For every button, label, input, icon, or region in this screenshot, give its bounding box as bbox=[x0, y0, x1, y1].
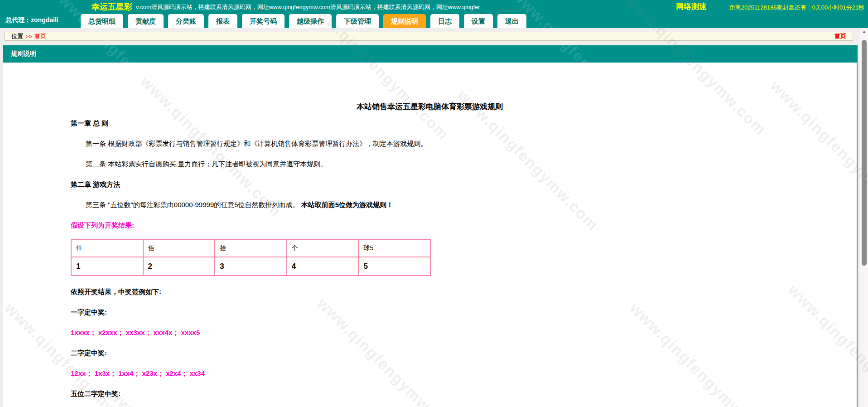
win-type-example: 1xxxx； x2xxx； xx3xx； xxx4x； xxxx5 bbox=[71, 329, 789, 337]
nav-tabs: 总货明细 贡献度 分类账 报表 开奖号码 越级操作 下级管理 规则说明 日志 设… bbox=[81, 14, 526, 28]
tab-ledger[interactable]: 分类账 bbox=[168, 14, 204, 28]
breadcrumb-label: 位置 bbox=[11, 32, 23, 40]
rules-content: 本站销售幸运五星彩电脑体育彩票游戏规则 第一章 总 则 第一条 根据财政部《彩票… bbox=[3, 63, 857, 407]
range-heading: 依照开奖结果，中奖范例如下: bbox=[71, 288, 789, 296]
win-type-heading: 二字定中奖: bbox=[71, 349, 789, 358]
header-cell: 球5 bbox=[358, 239, 430, 257]
tab-subordinates[interactable]: 下级管理 bbox=[336, 14, 379, 28]
tab-total-detail[interactable]: 总货明细 bbox=[81, 14, 123, 28]
panel-body: 本站销售幸运五星彩电脑体育彩票游戏规则 第一章 总 则 第一条 根据财政部《彩票… bbox=[3, 63, 858, 407]
win-type-example: 12xx； 1x3x； 1xx4； x23x； x2x4； xx34 bbox=[71, 369, 789, 378]
tab-logs[interactable]: 日志 bbox=[430, 14, 459, 28]
header-cell: 拾 bbox=[215, 239, 287, 257]
header-cell: 佰 bbox=[143, 239, 215, 257]
value-cell: 2 bbox=[143, 257, 215, 276]
value-cell: 3 bbox=[215, 257, 287, 276]
value-cell: 1 bbox=[71, 257, 143, 276]
table-header-row: 仟 佰 拾 个 球5 bbox=[71, 239, 430, 257]
article-3: 第三条 "五位数"的每注彩票由00000-99999的任意5位自然数排列而成。 … bbox=[71, 201, 789, 209]
scroll-up-icon[interactable]: ▲ bbox=[860, 29, 868, 34]
page-area: 位置 >> 首页 首页 规则说明 本站销售幸运五星彩电脑体育彩票游戏规则 第一章… bbox=[0, 28, 860, 407]
tab-logout[interactable]: 退出 bbox=[497, 14, 526, 28]
vertical-scrollbar[interactable]: ▲ bbox=[860, 28, 868, 407]
example-heading: 假设下列为开奖结果: bbox=[71, 221, 789, 230]
article-3-text: 第三条 "五位数"的每注彩票由00000-99999的任意5位自然数排列而成。 bbox=[86, 201, 301, 208]
home-link[interactable]: 首页 bbox=[834, 32, 846, 40]
article-3-emphasis: 本站取前面5位做为游戏规则！ bbox=[301, 201, 393, 208]
value-cell: 5 bbox=[358, 257, 430, 276]
agent-label: 总代理：zongdaili bbox=[5, 16, 58, 24]
win-type-heading: 一字定中奖: bbox=[71, 308, 789, 317]
scrollbar-thumb[interactable] bbox=[862, 40, 867, 266]
tab-cross-level[interactable]: 越级操作 bbox=[289, 14, 332, 28]
win-type-heading: 五位二字定中奖: bbox=[71, 390, 789, 398]
breadcrumb-separator: >> bbox=[25, 33, 32, 40]
rules-panel: 规则说明 本站销售幸运五星彩电脑体育彩票游戏规则 第一章 总 则 第一条 根据财… bbox=[3, 45, 858, 407]
header-cell: 个 bbox=[287, 239, 359, 257]
network-speed-test-link[interactable]: 网络测速 bbox=[676, 1, 707, 12]
breadcrumb: 位置 >> 首页 首页 bbox=[5, 32, 853, 41]
tab-contribution[interactable]: 贡献度 bbox=[128, 14, 164, 28]
chapter2-heading: 第二章 游戏方法 bbox=[71, 180, 789, 189]
article-1: 第一条 根据财政部《彩票发行与销售管理暂行规定》和《计算机销售体育彩票管理暂行办… bbox=[71, 140, 789, 148]
article-2: 第二条 本站彩票实行自愿购买,量力而行；凡下注者即被视为同意并遵守本规则。 bbox=[71, 160, 789, 169]
tab-rules[interactable]: 规则说明 bbox=[383, 14, 426, 28]
site-title: 幸运五星彩 bbox=[92, 1, 132, 12]
draw-result-table: 仟 佰 拾 个 球5 1 2 3 4 5 bbox=[71, 239, 431, 276]
tab-settings[interactable]: 设置 bbox=[464, 14, 493, 28]
breadcrumb-current-link[interactable]: 首页 bbox=[34, 32, 46, 40]
announcement-marquee: v.com清风源码演示站，搭建联系清风源码网，网址www.qingfengymw… bbox=[136, 3, 539, 11]
header-cell: 仟 bbox=[71, 239, 143, 257]
table-value-row: 1 2 3 4 5 bbox=[71, 257, 430, 276]
tab-report[interactable]: 报表 bbox=[208, 14, 237, 28]
tab-draw-numbers[interactable]: 开奖号码 bbox=[242, 14, 285, 28]
value-cell: 4 bbox=[287, 257, 359, 276]
header-bar: www.qingfengymw.com www.qingfengymw.com … bbox=[0, 0, 868, 28]
draw-countdown: 距离20251128186期封盘还有：0天00小时01分21秒 bbox=[729, 4, 864, 12]
